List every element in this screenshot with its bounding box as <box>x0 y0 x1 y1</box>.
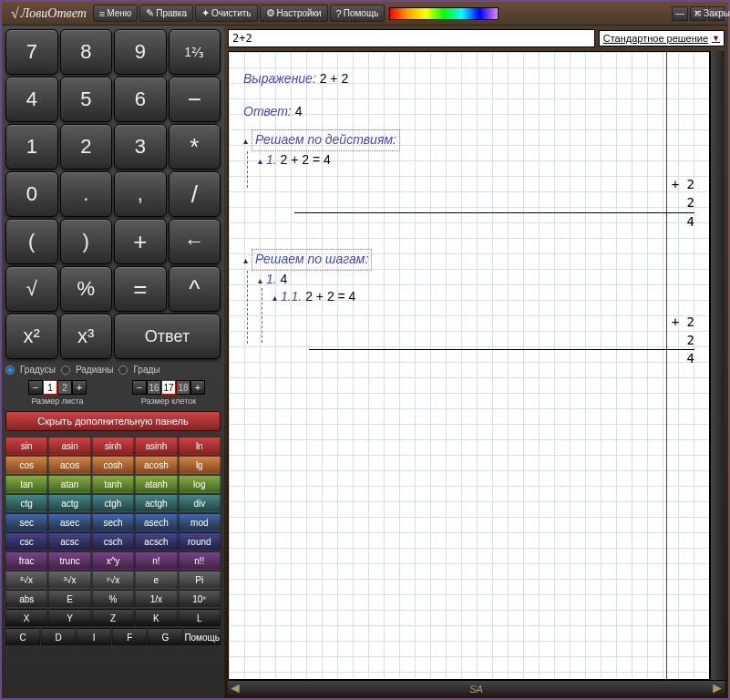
sheet-val-1[interactable]: 1 <box>43 380 57 395</box>
vertical-scrollbar[interactable] <box>710 51 725 680</box>
fn-cos[interactable]: cos <box>5 456 47 474</box>
key-multiply[interactable]: * <box>169 124 221 170</box>
fn-²√x[interactable]: ²√x <box>5 571 47 589</box>
fn-trunc[interactable]: trunc <box>48 551 90 570</box>
fn-actgh[interactable]: actgh <box>135 494 177 512</box>
fn-ctg[interactable]: ctg <box>5 494 47 512</box>
fn-csch[interactable]: csch <box>92 532 134 551</box>
cell-minus[interactable]: − <box>132 380 147 395</box>
fn-D[interactable]: D <box>41 628 76 646</box>
menu-Меню[interactable]: ≡Меню <box>93 5 138 22</box>
key-power[interactable]: ^ <box>169 266 221 312</box>
fn-G[interactable]: G <box>148 628 182 646</box>
menu-Правка[interactable]: ✎Правка <box>139 5 193 22</box>
solution-mode-select[interactable]: Стандартное решение ▼ <box>599 30 725 46</box>
fn-E[interactable]: E <box>48 590 90 608</box>
fn-mod[interactable]: mod <box>179 513 221 531</box>
key-equals[interactable]: = <box>114 266 167 312</box>
fn-asech[interactable]: asech <box>135 513 177 531</box>
fn-acsc[interactable]: acsc <box>48 532 90 551</box>
key-x3[interactable]: x³ <box>60 314 113 359</box>
fn-³√x[interactable]: ³√x <box>48 571 90 589</box>
fn-atanh[interactable]: atanh <box>135 475 177 493</box>
fn-X[interactable]: X <box>5 609 47 627</box>
sheet-val-2[interactable]: 2 <box>57 380 72 395</box>
sheet-plus[interactable]: + <box>72 380 87 395</box>
key-divide[interactable]: / <box>169 171 221 217</box>
fn-L[interactable]: L <box>179 609 221 627</box>
fn-frac[interactable]: frac <box>5 551 47 570</box>
scroll-right-icon[interactable]: ► <box>710 681 725 695</box>
key-8[interactable]: 8 <box>60 29 113 75</box>
key-comma[interactable]: , <box>114 171 167 217</box>
radio-degrees[interactable] <box>5 365 15 375</box>
key-dot[interactable]: . <box>60 171 113 217</box>
fn-I[interactable]: I <box>77 628 111 646</box>
sheet-minus[interactable]: − <box>28 380 43 395</box>
fn-F[interactable]: F <box>112 628 147 646</box>
key-2[interactable]: 2 <box>60 124 113 170</box>
close-button[interactable]: ✕ Закрыть <box>708 6 725 21</box>
fn-acos[interactable]: acos <box>48 456 90 474</box>
fn-asinh[interactable]: asinh <box>135 437 177 455</box>
fn-Z[interactable]: Z <box>92 609 134 627</box>
key-5[interactable]: 5 <box>60 77 113 122</box>
fn-n!![interactable]: n!! <box>179 551 221 570</box>
radio-radians[interactable] <box>61 365 70 375</box>
key-x2[interactable]: x² <box>5 314 58 359</box>
fn-sinh[interactable]: sinh <box>92 437 134 455</box>
fn-lg[interactable]: lg <box>179 456 221 474</box>
key-plus[interactable]: + <box>114 219 167 264</box>
horizontal-scrollbar[interactable]: ◄ SA ► <box>228 680 725 695</box>
fn-x^y[interactable]: x^y <box>92 551 134 570</box>
key-9[interactable]: 9 <box>114 29 167 75</box>
fn-asin[interactable]: asin <box>48 437 90 455</box>
fn-ctgh[interactable]: ctgh <box>92 494 134 512</box>
fn-10ˣ[interactable]: 10ˣ <box>179 590 221 608</box>
key-7[interactable]: 7 <box>5 29 58 75</box>
key-answer[interactable]: Ответ <box>114 314 221 359</box>
fn-acsch[interactable]: acsch <box>135 532 177 551</box>
fn-ln[interactable]: ln <box>179 437 221 455</box>
fn-round[interactable]: round <box>179 532 221 551</box>
radio-grads[interactable] <box>118 365 128 375</box>
cell-val-17[interactable]: 17 <box>161 380 176 395</box>
fn-cosh[interactable]: cosh <box>92 456 134 474</box>
cell-val-16[interactable]: 16 <box>147 380 161 395</box>
fn-csc[interactable]: csc <box>5 532 47 551</box>
fn-tanh[interactable]: tanh <box>92 475 134 493</box>
scroll-left-icon[interactable]: ◄ <box>228 681 242 695</box>
minimize-button[interactable]: — <box>672 6 688 21</box>
fn-log[interactable]: log <box>179 475 221 493</box>
fn-e[interactable]: e <box>135 571 177 589</box>
fn-tan[interactable]: tan <box>5 475 47 493</box>
fn-abs[interactable]: abs <box>5 590 47 608</box>
fn-Помощь[interactable]: Помощь <box>183 628 221 646</box>
fn-1/x[interactable]: 1/x <box>135 590 177 608</box>
fn-asec[interactable]: asec <box>48 513 90 531</box>
fn-sec[interactable]: sec <box>5 513 47 531</box>
key-percent[interactable]: % <box>60 266 113 312</box>
expression-input[interactable] <box>228 29 595 47</box>
key-fraction[interactable]: 1⅔ <box>169 29 221 75</box>
fn-acosh[interactable]: acosh <box>135 456 177 474</box>
key-rparen[interactable]: ) <box>60 219 113 264</box>
key-6[interactable]: 6 <box>114 77 167 122</box>
fn-Pi[interactable]: Pi <box>179 571 221 589</box>
cell-plus[interactable]: + <box>190 380 205 395</box>
key-4[interactable]: 4 <box>5 77 58 122</box>
menu-Помощь[interactable]: ?Помощь <box>330 5 386 22</box>
fn-K[interactable]: K <box>135 609 177 627</box>
fn-Y[interactable]: Y <box>48 609 90 627</box>
fn-actg[interactable]: actg <box>48 494 90 512</box>
key-0[interactable]: 0 <box>5 171 58 217</box>
key-minus[interactable]: − <box>169 77 221 122</box>
key-backspace[interactable]: ← <box>169 219 221 264</box>
key-1[interactable]: 1 <box>5 124 58 170</box>
fn-atan[interactable]: atan <box>48 475 90 493</box>
fn-sech[interactable]: sech <box>92 513 134 531</box>
key-3[interactable]: 3 <box>114 124 167 170</box>
key-sqrt[interactable]: √ <box>5 266 58 312</box>
menu-Настройки[interactable]: ⚙Настройки <box>260 5 328 22</box>
key-lparen[interactable]: ( <box>5 219 58 264</box>
